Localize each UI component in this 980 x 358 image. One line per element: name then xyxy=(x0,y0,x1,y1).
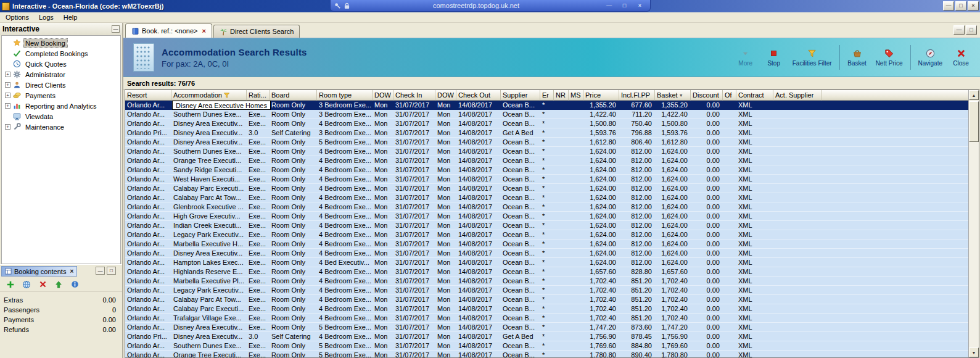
sidebar-item-quick-quotes[interactable]: Quick Quotes xyxy=(2,59,120,69)
column-header-of[interactable]: Of xyxy=(723,90,736,101)
table-row[interactable]: Orlando Ar...Glenbrook Executive ...Exe.… xyxy=(125,202,968,212)
sidebar-item-completed-bookings[interactable]: Completed Bookings xyxy=(2,48,120,59)
table-row[interactable]: Orlando Ar...Disney Area Executiv...Exe.… xyxy=(125,249,968,258)
column-header-check-out[interactable]: Check Out xyxy=(456,90,501,101)
sidebar-item-payments[interactable]: +Payments xyxy=(2,90,120,101)
menu-logs[interactable]: Logs xyxy=(34,13,59,22)
mdi-restore-button[interactable]: □ xyxy=(966,25,977,35)
table-row[interactable]: Orlando Ar...Trafalgar Village Exe...Exe… xyxy=(125,314,968,323)
sidebar-item-maintenance[interactable]: +Maintenance xyxy=(2,122,120,132)
table-row[interactable]: Orlando Ar...Calabay Parc At Tow...Exe..… xyxy=(125,193,968,202)
panel-close-icon[interactable]: × xyxy=(70,268,73,275)
table-row[interactable]: Orlando Ar...Legacy Park Executiv...Exe.… xyxy=(125,286,968,295)
menu-options[interactable]: Options xyxy=(1,13,34,22)
table-row[interactable]: Orlando Pri...Disney Area Executiv...3.0… xyxy=(125,332,968,341)
column-header-dow[interactable]: DOW xyxy=(373,90,393,101)
expand-icon[interactable]: + xyxy=(5,124,10,130)
pin-icon[interactable] xyxy=(334,2,341,9)
scroll-up-button[interactable]: ▲ xyxy=(969,90,979,100)
upload-button[interactable] xyxy=(53,279,64,290)
column-header-resort[interactable]: Resort xyxy=(125,90,171,101)
column-header-incl-fl-pp[interactable]: Incl.Fl.PP xyxy=(619,90,655,101)
sidebar-item-administrator[interactable]: +Administrator xyxy=(2,69,120,80)
table-row[interactable]: Orlando Ar...Hampton Lakes Exec...Exe...… xyxy=(125,258,968,267)
facilities-filter-button[interactable]: Facilities Filter xyxy=(788,47,836,68)
booking-contents-row-payments[interactable]: Payments0.00 xyxy=(0,315,122,325)
sidebar-item-viewdata[interactable]: Viewdata xyxy=(2,111,120,122)
table-row[interactable]: Orlando Ar...Orange Tree Executi...Exe..… xyxy=(125,351,968,357)
tab-book-ref-none[interactable]: Book. ref.: <none>× xyxy=(125,23,212,38)
column-header-price[interactable]: Price xyxy=(583,90,619,101)
column-header-basket[interactable]: Basket▼ xyxy=(655,90,691,101)
scrollbar-track[interactable] xyxy=(969,100,979,348)
nett-price-button[interactable]: Nett Price xyxy=(871,47,907,68)
more-button[interactable]: More xyxy=(731,47,760,68)
column-header-er[interactable]: Er xyxy=(540,90,554,101)
table-row[interactable]: Orlando Ar...Orange Tree Executi...Exe..… xyxy=(125,156,968,165)
table-row[interactable]: Orlando Ar...Southern Dunes Exe...Exe...… xyxy=(125,147,968,156)
navigate-button[interactable]: Navigate xyxy=(914,47,947,68)
table-row[interactable]: Orlando Ar...Southern Dunes Exe...Exe...… xyxy=(125,110,968,119)
table-row[interactable]: Orlando Ar...Southern Dunes Exe...Exe...… xyxy=(125,341,968,351)
expand-icon[interactable]: + xyxy=(5,103,10,109)
table-row[interactable]: Orlando Ar...Indian Creek Executi...Exe.… xyxy=(125,221,968,230)
table-row[interactable]: Orlando Ar...High Grove Executiv...Exe..… xyxy=(125,212,968,221)
booking-contents-row-passengers[interactable]: Passengers0 xyxy=(0,305,122,315)
vertical-scrollbar[interactable]: ▲ ▼ xyxy=(968,90,979,357)
rdp-close-button[interactable]: × xyxy=(634,1,646,10)
basket-button[interactable]: Basket xyxy=(843,47,871,68)
column-header-nr[interactable]: NR xyxy=(554,90,569,101)
table-row[interactable]: Orlando Ar...West Haven Executi...Exe...… xyxy=(125,175,968,184)
window-minimize-button[interactable]: — xyxy=(943,1,954,10)
sidebar-item-new-booking[interactable]: New Booking xyxy=(2,38,120,48)
scrollbar-thumb[interactable] xyxy=(969,101,979,142)
delete-button[interactable] xyxy=(37,279,48,290)
table-row[interactable]: Orlando Ar...Disney Area Executiv...Exe.… xyxy=(125,323,968,332)
table-row[interactable]: Orlando Ar...Marbella Executive H...Exe.… xyxy=(125,239,968,249)
table-row[interactable]: Orlando Ar...Sandy Ridge Executi...Exe..… xyxy=(125,165,968,175)
scroll-down-button[interactable]: ▼ xyxy=(969,348,979,357)
rdp-minimize-button[interactable]: — xyxy=(603,1,616,10)
table-row[interactable]: Orlando Pri...Disney Area Executiv...3.0… xyxy=(125,128,968,138)
column-header-discount[interactable]: Discount xyxy=(691,90,723,101)
info-button[interactable] xyxy=(69,279,80,290)
booking-contents-title[interactable]: Booking contents × xyxy=(1,266,77,277)
column-header-check-in[interactable]: Check In xyxy=(393,90,435,101)
table-row[interactable]: Orlando Ar...Legacy Park Executiv...Exe.… xyxy=(125,230,968,239)
column-header-act-supplier[interactable]: Act. Supplier xyxy=(773,90,821,101)
table-row[interactable]: Orlando Ar...Calabay Parc At Tow...Exe..… xyxy=(125,295,968,304)
booking-contents-row-refunds[interactable]: Refunds0.00 xyxy=(0,325,122,335)
sidebar-item-direct-clients[interactable]: +Direct Clients xyxy=(2,80,120,90)
sidebar-collapse-button[interactable]: — xyxy=(112,25,120,33)
mdi-minimize-button[interactable]: — xyxy=(953,25,965,35)
tab-direct-clients-search[interactable]: Direct Clients Search xyxy=(213,25,300,38)
globe-button[interactable] xyxy=(21,279,32,290)
expand-icon[interactable]: + xyxy=(5,72,10,77)
stop-button[interactable]: Stop xyxy=(760,47,788,68)
table-row[interactable]: Orlando Ar...Marbella Executive Pl...Exe… xyxy=(125,277,968,286)
add-button[interactable] xyxy=(5,279,16,290)
column-header-accommodation[interactable]: Accommodation xyxy=(171,90,247,101)
table-row[interactable]: Orlando Ar...Disney Area Executiv...Exe.… xyxy=(125,138,968,147)
booking-contents-row-extras[interactable]: Extras0.00 xyxy=(0,295,122,305)
column-header-board[interactable]: Board xyxy=(270,90,317,101)
column-header-dow[interactable]: DOW xyxy=(435,90,456,101)
column-header-room-type[interactable]: Room type xyxy=(317,90,373,101)
panel-float-button[interactable]: □ xyxy=(107,267,116,275)
table-row[interactable]: Orlando Ar...Calabay Parc Executi...Exe.… xyxy=(125,184,968,193)
column-header-ms[interactable]: MS xyxy=(569,90,583,101)
table-row[interactable]: Orlando Ar...Calabay Parc Executi...Exe.… xyxy=(125,304,968,314)
expand-icon[interactable]: + xyxy=(5,93,10,98)
table-row[interactable]: Orlando Ar...Highlands Reserve E...Exe..… xyxy=(125,267,968,277)
rdp-restore-button[interactable]: □ xyxy=(619,1,631,10)
column-header-supplier[interactable]: Supplier xyxy=(501,90,540,101)
expand-icon[interactable]: + xyxy=(5,82,10,88)
panel-minimize-button[interactable]: — xyxy=(96,267,105,275)
column-header-rati[interactable]: Rati... xyxy=(247,90,270,101)
sidebar-item-reporting-and-analytics[interactable]: +Reporting and Analytics xyxy=(2,101,120,111)
app-title-bar[interactable]: Interactive - Ocean-Florida (code: wM2To… xyxy=(0,0,980,12)
window-close-button[interactable]: × xyxy=(968,1,979,10)
window-maximize-button[interactable]: □ xyxy=(955,1,966,10)
menu-help[interactable]: Help xyxy=(59,13,83,22)
close-button[interactable]: Close xyxy=(947,47,975,68)
